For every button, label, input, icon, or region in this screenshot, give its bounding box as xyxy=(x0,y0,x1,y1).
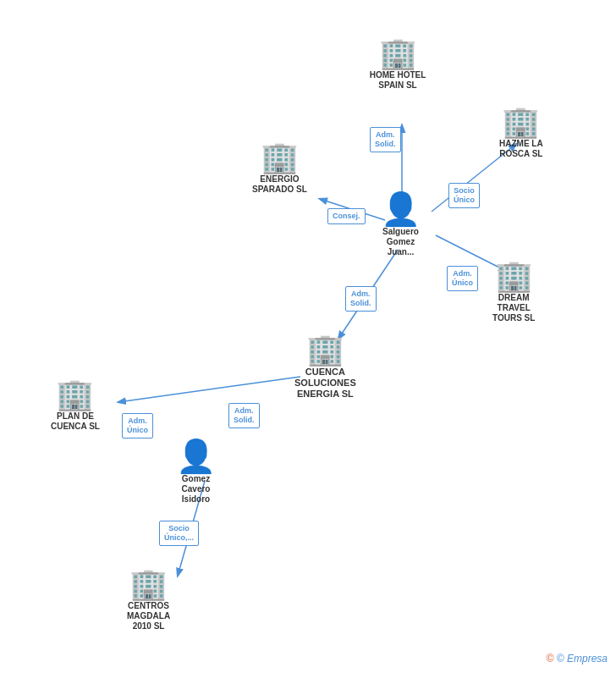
node-salguero[interactable]: 👤 SalgueroGomezJuan... xyxy=(381,193,421,257)
node-dream-travel[interactable]: 🏢 DREAMTRAVELTOURS SL xyxy=(492,261,535,323)
building-icon-dream-travel: 🏢 xyxy=(495,261,533,291)
badge-consej[interactable]: Consej. xyxy=(327,208,366,224)
node-hazme-la[interactable]: 🏢 HAZME LAROSCA SL xyxy=(499,107,543,159)
label-plan-cuenca: PLAN DECUENCA SL xyxy=(51,411,100,432)
building-icon-centros-magdala: 🏢 xyxy=(129,569,168,599)
node-cuenca[interactable]: 🏢 CUENCASOLUCIONESENERGIA SL xyxy=(294,334,356,400)
label-hazme-la: HAZME LAROSCA SL xyxy=(499,139,543,159)
label-dream-travel: DREAMTRAVELTOURS SL xyxy=(492,293,535,323)
building-icon-plan-cuenca: 🏢 xyxy=(56,379,94,410)
badge-adm-unico-1[interactable]: Adm.Único xyxy=(447,266,478,291)
badge-adm-solid-1[interactable]: Adm.Solid. xyxy=(370,127,401,152)
label-centros-magdala: CENTROSMAGDALA2010 SL xyxy=(127,601,170,632)
label-salguero: SalgueroGomezJuan... xyxy=(382,227,419,257)
label-gomez-cavero: GomezCaveroIsidoro xyxy=(182,474,211,505)
node-centros-magdala[interactable]: 🏢 CENTROSMAGDALA2010 SL xyxy=(127,569,170,632)
badge-adm-unico-2[interactable]: Adm.Único xyxy=(122,413,153,439)
copyright-symbol: © xyxy=(547,653,554,665)
building-icon-energio: 🏢 xyxy=(261,142,299,173)
label-energio: ENERGIOSPARADO SL xyxy=(252,174,307,195)
building-icon-hazme-la: 🏢 xyxy=(502,107,540,137)
label-cuenca: CUENCASOLUCIONESENERGIA SL xyxy=(294,367,356,400)
badge-socio-unico-2[interactable]: SocioÚnico,... xyxy=(159,521,199,546)
badge-adm-solid-2[interactable]: Adm.Solid. xyxy=(345,286,377,312)
watermark: © © Empresa xyxy=(547,653,608,665)
node-home-hotel[interactable]: 🏢 HOME HOTEL SPAIN SL xyxy=(364,38,432,91)
building-icon-cuenca: 🏢 xyxy=(306,334,344,365)
node-gomez-cavero[interactable]: 👤 GomezCaveroIsidoro xyxy=(176,440,216,505)
building-icon-home-hotel: 🏢 xyxy=(379,38,417,69)
badge-adm-solid-3[interactable]: Adm.Solid. xyxy=(228,403,260,428)
watermark-text: © Empresa xyxy=(557,653,608,665)
person-icon-salguero: 👤 xyxy=(381,193,421,225)
label-home-hotel: HOME HOTEL SPAIN SL xyxy=(364,70,432,91)
node-plan-cuenca[interactable]: 🏢 PLAN DECUENCA SL xyxy=(51,379,100,432)
badge-socio-unico-1[interactable]: SocioÚnico xyxy=(448,183,480,208)
node-energio[interactable]: 🏢 ENERGIOSPARADO SL xyxy=(252,142,307,195)
diagram-canvas: 🏢 HOME HOTEL SPAIN SL 🏢 HAZME LAROSCA SL… xyxy=(0,0,616,673)
person-icon-gomez-cavero: 👤 xyxy=(176,440,216,472)
svg-line-5 xyxy=(118,377,300,402)
